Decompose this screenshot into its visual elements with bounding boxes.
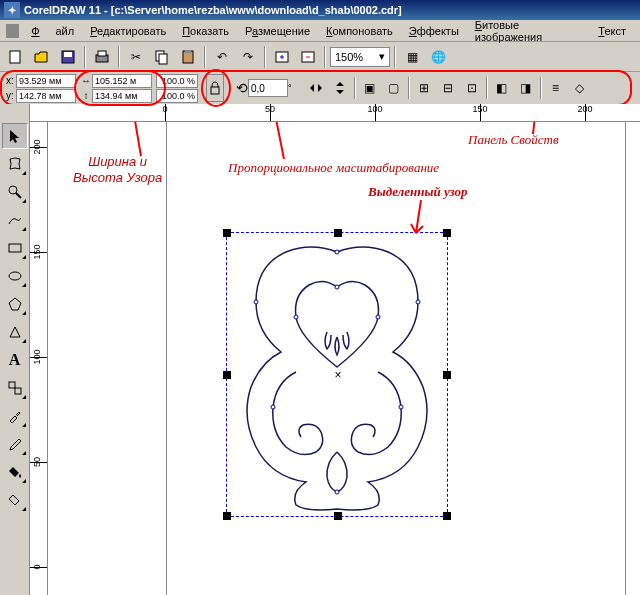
pattern-shape[interactable] (231, 237, 443, 512)
svg-rect-16 (9, 382, 15, 388)
size-group: ↔105.152 м ↕134.94 мм (80, 74, 152, 103)
eyedropper-tool[interactable] (2, 403, 28, 429)
svg-point-12 (9, 186, 17, 194)
y-position-input[interactable]: 142.78 мм (16, 89, 76, 103)
scale-group: 100.0 % 100.0 % (156, 74, 198, 103)
standard-toolbar: ✂ ↶ ↷ 150%▾ ▦ 🌐 (0, 42, 640, 72)
svg-point-21 (335, 285, 339, 289)
to-front-button[interactable]: ▣ (358, 76, 382, 100)
x-position-input[interactable]: 93.529 мм (16, 74, 76, 88)
open-button[interactable] (30, 45, 54, 69)
ungroup-button[interactable]: ⊟ (436, 76, 460, 100)
svg-point-25 (399, 405, 403, 409)
export-button[interactable] (296, 45, 320, 69)
menu-bitmaps[interactable]: Битовые изображения (467, 17, 591, 45)
group-button[interactable]: ⊞ (412, 76, 436, 100)
property-bar: x:93.529 мм y:142.78 мм ↔105.152 м ↕134.… (0, 72, 640, 104)
toolbox: A (0, 104, 30, 595)
fill-tool[interactable] (2, 459, 28, 485)
shape-tool[interactable] (2, 151, 28, 177)
svg-point-15 (9, 272, 21, 280)
corel-online-button[interactable]: 🌐 (426, 45, 450, 69)
menu-view[interactable]: Показать (174, 23, 237, 39)
svg-point-26 (335, 490, 339, 494)
cut-button[interactable]: ✂ (124, 45, 148, 69)
svg-point-19 (254, 300, 258, 304)
menu-effects[interactable]: Эффекты (401, 23, 467, 39)
svg-point-24 (271, 405, 275, 409)
width-input[interactable]: 105.152 м (92, 74, 152, 88)
svg-line-13 (16, 193, 21, 198)
lock-ratio-button[interactable] (206, 74, 224, 102)
window-title: CorelDRAW 11 - [c:\Server\home\rezba\www… (24, 4, 402, 16)
svg-point-23 (376, 315, 380, 319)
rotation-input[interactable]: 0,0 (248, 79, 288, 97)
menu-file[interactable]: Файл (23, 23, 82, 39)
zoom-combo[interactable]: 150%▾ (330, 47, 390, 67)
svg-rect-4 (98, 51, 106, 56)
app-icon: ✦ (4, 2, 20, 18)
basic-shapes-tool[interactable] (2, 319, 28, 345)
interactive-fill-tool[interactable] (2, 487, 28, 513)
menu-arrange[interactable]: Компоновать (318, 23, 401, 39)
outline-tool[interactable] (2, 431, 28, 457)
rectangle-tool[interactable] (2, 235, 28, 261)
interactive-blend-tool[interactable] (2, 375, 28, 401)
annotation-width-height: Ширина иВысота Узора (73, 154, 162, 185)
align-button[interactable]: ≡ (544, 76, 568, 100)
polygon-tool[interactable] (2, 291, 28, 317)
svg-rect-0 (10, 51, 20, 63)
menu-bar: Файл Редактировать Показать Размещение К… (0, 20, 640, 42)
svg-point-18 (335, 250, 339, 254)
paste-button[interactable] (176, 45, 200, 69)
save-button[interactable] (56, 45, 80, 69)
convert-button[interactable]: ◇ (568, 76, 592, 100)
redo-button[interactable]: ↷ (236, 45, 260, 69)
freehand-tool[interactable] (2, 207, 28, 233)
position-group: x:93.529 мм y:142.78 мм (4, 74, 76, 103)
canvas[interactable]: × Панель Свойств Шир (48, 122, 640, 595)
scale-x-input[interactable]: 100.0 % (156, 74, 198, 88)
doc-icon (6, 24, 19, 38)
combine-button[interactable]: ◧ (490, 76, 514, 100)
ruler-horizontal: 0 50 100 150 200 (30, 104, 640, 122)
menu-text[interactable]: Текст (590, 23, 634, 39)
copy-button[interactable] (150, 45, 174, 69)
svg-point-22 (294, 315, 298, 319)
menu-layout[interactable]: Размещение (237, 23, 318, 39)
break-button[interactable]: ◨ (514, 76, 538, 100)
ungroup-all-button[interactable]: ⊡ (460, 76, 484, 100)
scale-y-input[interactable]: 100.0 % (156, 89, 198, 103)
print-button[interactable] (90, 45, 114, 69)
text-tool[interactable]: A (2, 347, 28, 373)
svg-rect-14 (9, 244, 21, 252)
menu-edit[interactable]: Редактировать (82, 23, 174, 39)
svg-rect-6 (159, 54, 167, 64)
new-button[interactable] (4, 45, 28, 69)
undo-button[interactable]: ↶ (210, 45, 234, 69)
height-input[interactable]: 134.94 мм (92, 89, 152, 103)
svg-rect-2 (64, 52, 72, 57)
svg-rect-11 (211, 87, 219, 94)
ellipse-tool[interactable] (2, 263, 28, 289)
import-button[interactable] (270, 45, 294, 69)
mirror-h-button[interactable] (304, 76, 328, 100)
app-launcher-button[interactable]: ▦ (400, 45, 424, 69)
mirror-v-button[interactable] (328, 76, 352, 100)
svg-rect-17 (15, 388, 21, 394)
zoom-tool[interactable] (2, 179, 28, 205)
svg-rect-8 (185, 50, 191, 53)
pick-tool[interactable] (2, 123, 28, 149)
svg-point-20 (416, 300, 420, 304)
to-back-button[interactable]: ▢ (382, 76, 406, 100)
ruler-vertical: 200 150 100 50 0 (30, 122, 48, 595)
